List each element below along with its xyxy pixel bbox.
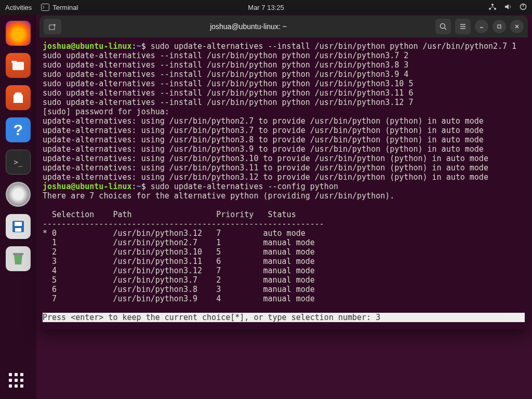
- selection-prompt: Press <enter> to keep the current choice…: [43, 313, 525, 322]
- using-line: update-alternatives: using /usr/bin/pyth…: [43, 154, 488, 163]
- clock[interactable]: Mar 7 13:25: [248, 4, 284, 11]
- new-tab-button[interactable]: [44, 19, 61, 34]
- dock-trash[interactable]: [6, 246, 31, 271]
- table-header: Selection Path Priority Status: [43, 210, 296, 219]
- install-line: sudo update-alternatives --install /usr/…: [43, 79, 413, 88]
- hamburger-icon: [459, 22, 467, 31]
- table-row: 5 /usr/bin/python3.7 2 manual mode: [43, 275, 315, 285]
- close-icon: [514, 23, 520, 30]
- dock-firefox[interactable]: [6, 21, 31, 46]
- svg-rect-6: [12, 62, 24, 70]
- choices-line: There are 7 choices for the alternative …: [43, 191, 394, 201]
- minimize-button[interactable]: [475, 20, 488, 33]
- dock-help[interactable]: ?: [6, 117, 31, 142]
- using-line: update-alternatives: using /usr/bin/pyth…: [43, 144, 484, 154]
- install-line: sudo update-alternatives --install /usr/…: [43, 88, 413, 98]
- table-row: 4 /usr/bin/python3.12 7 manual mode: [43, 266, 315, 275]
- svg-rect-12: [49, 25, 55, 30]
- dock-terminal[interactable]: >_: [6, 150, 31, 175]
- svg-rect-11: [13, 253, 23, 255]
- install-line: sudo update-alternatives --install /usr/…: [43, 60, 408, 70]
- prompt-path: ~: [137, 42, 141, 51]
- svg-rect-7: [11, 61, 17, 63]
- install-line: sudo update-alternatives --install /usr/…: [43, 70, 408, 79]
- maximize-button[interactable]: [493, 20, 506, 33]
- table-row: 6 /usr/bin/python3.8 3 manual mode: [43, 285, 315, 294]
- table-separator: ----------------------------------------…: [43, 219, 324, 229]
- menu-button[interactable]: [455, 19, 471, 34]
- network-icon[interactable]: [488, 3, 497, 12]
- install-line: sudo update-alternatives --install /usr/…: [43, 98, 413, 107]
- terminal-icon: [41, 4, 49, 11]
- prompt-user: joshua@ubuntu-linux: [43, 42, 132, 51]
- close-button[interactable]: [510, 20, 524, 33]
- dock: ? >_: [0, 15, 36, 399]
- dock-save[interactable]: [6, 214, 31, 239]
- svg-point-13: [441, 24, 445, 29]
- using-line: update-alternatives: using /usr/bin/pyth…: [43, 135, 484, 144]
- using-line: update-alternatives: using /usr/bin/pyth…: [43, 163, 488, 172]
- using-line: update-alternatives: using /usr/bin/pyth…: [43, 116, 484, 126]
- svg-rect-10: [15, 228, 21, 232]
- using-line: update-alternatives: using /usr/bin/pyth…: [43, 172, 488, 182]
- titlebar: joshua@ubuntu-linux: ~: [39, 16, 528, 37]
- cmd-install-1: sudo update-alternatives --install /usr/…: [151, 42, 516, 51]
- dock-files[interactable]: [6, 53, 31, 78]
- svg-rect-9: [15, 222, 22, 226]
- prompt-user: joshua@ubuntu-linux: [43, 182, 132, 191]
- svg-line-14: [445, 28, 446, 30]
- terminal-output[interactable]: joshua@ubuntu-linux:~$ sudo update-alter…: [39, 37, 528, 329]
- cmd-config: sudo update-alternatives --config python: [151, 182, 338, 191]
- table-row: 7 /usr/bin/python3.9 4 manual mode: [43, 294, 315, 303]
- prompt-path: ~: [137, 182, 141, 191]
- app-menu-label: Terminal: [52, 4, 78, 11]
- power-icon[interactable]: [520, 3, 527, 12]
- window-title: joshua@ubuntu-linux: ~: [65, 22, 431, 31]
- terminal-window: joshua@ubuntu-linux: ~ joshua@ubuntu-lin…: [39, 16, 528, 329]
- svg-rect-16: [498, 25, 501, 28]
- dock-disk[interactable]: [6, 182, 31, 207]
- table-row: 2 /usr/bin/python3.10 5 manual mode: [43, 247, 315, 257]
- table-row: 3 /usr/bin/python3.11 6 manual mode: [43, 257, 315, 266]
- dock-show-apps[interactable]: [9, 373, 28, 392]
- volume-icon[interactable]: [504, 3, 512, 12]
- using-line: update-alternatives: using /usr/bin/pyth…: [43, 126, 484, 135]
- svg-point-3: [491, 4, 494, 6]
- table-row: 1 /usr/bin/python2.7 1 manual mode: [43, 238, 315, 247]
- activities-button[interactable]: Activities: [5, 4, 32, 11]
- sudo-password-prompt: [sudo] password for joshua:: [43, 107, 169, 116]
- install-line: sudo update-alternatives --install /usr/…: [43, 51, 408, 60]
- svg-rect-0: [42, 4, 49, 11]
- table-row: * 0 /usr/bin/python3.12 7 auto mode: [43, 229, 305, 238]
- gnome-topbar: Activities Terminal Mar 7 13:25: [0, 0, 532, 15]
- search-icon: [439, 22, 447, 31]
- dock-software[interactable]: [6, 85, 31, 110]
- app-menu[interactable]: Terminal: [41, 4, 78, 11]
- search-button[interactable]: [435, 19, 451, 34]
